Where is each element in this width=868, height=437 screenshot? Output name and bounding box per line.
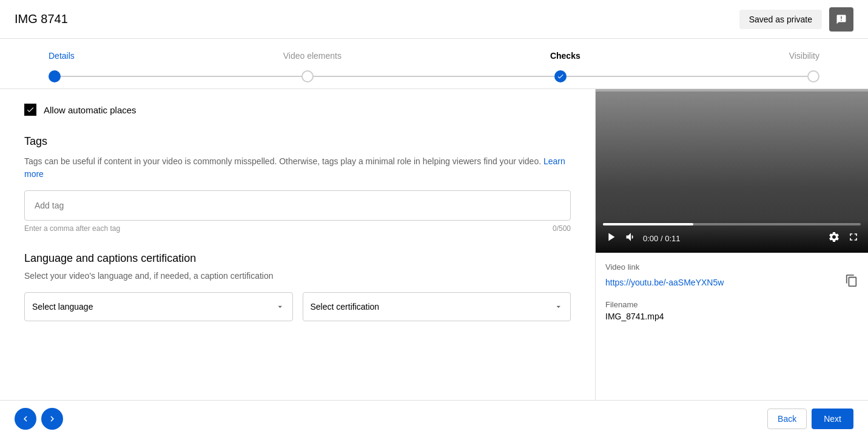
- checkmark-icon: [557, 73, 564, 80]
- captions-certification-select[interactable]: Select certification: [303, 292, 571, 321]
- left-panel: Allow automatic places Tags Tags can be …: [0, 89, 595, 437]
- connector-3: [567, 76, 807, 77]
- tags-description: Tags can be useful if content in your vi…: [24, 155, 571, 181]
- step-label-details[interactable]: Details: [49, 51, 75, 61]
- step-circle-visibility[interactable]: [807, 70, 819, 82]
- tag-hint-row: Enter a comma after each tag 0/500: [24, 224, 571, 233]
- allow-places-checkbox[interactable]: [24, 104, 36, 116]
- next-button[interactable]: Next: [812, 409, 853, 429]
- step-circle-details[interactable]: [49, 70, 61, 82]
- tag-count: 0/500: [553, 224, 571, 233]
- language-selects: Select language Select certification: [24, 292, 571, 321]
- fullscreen-icon: [847, 231, 860, 243]
- chevron-down-icon: [275, 302, 284, 312]
- chevron-down-icon: [554, 302, 563, 312]
- video-link-row: https://youtu.be/-aaSMeYXN5w: [605, 274, 858, 290]
- checkbox-row: Allow automatic places: [24, 104, 571, 116]
- video-controls-row: 0:00 / 0:11: [603, 229, 861, 248]
- allow-places-label: Allow automatic places: [44, 105, 136, 115]
- volume-icon: [625, 231, 637, 243]
- checkmark-icon: [26, 105, 35, 114]
- step-label-checks[interactable]: Checks: [550, 51, 580, 61]
- video-seek-fill: [603, 223, 693, 225]
- header: IMG 8741 Saved as private: [0, 0, 868, 39]
- page-title: IMG 8741: [15, 12, 68, 26]
- fullscreen-button[interactable]: [846, 230, 861, 247]
- step-circle-video-elements[interactable]: [301, 70, 314, 82]
- connector-2: [314, 76, 554, 77]
- saved-status-button[interactable]: Saved as private: [739, 10, 822, 29]
- connector-1: [61, 76, 301, 77]
- volume-button[interactable]: [624, 230, 638, 247]
- video-language-dropdown[interactable]: Select language: [32, 302, 275, 312]
- language-title: Language and captions certification: [24, 252, 571, 265]
- forward-icon-button[interactable]: [41, 408, 63, 430]
- captions-dropdown[interactable]: Select certification: [311, 302, 554, 312]
- nav-left: [15, 408, 63, 430]
- bottom-navigation: Back Next: [0, 400, 868, 437]
- back-icon-button[interactable]: [15, 408, 36, 430]
- settings-button[interactable]: [827, 230, 841, 247]
- tags-section: Tags Tags can be useful if content in yo…: [24, 135, 571, 233]
- video-seek-bar[interactable]: [603, 223, 861, 225]
- language-description: Select your video's language and, if nee…: [24, 270, 571, 282]
- message-icon: [836, 14, 847, 25]
- play-button[interactable]: [603, 229, 619, 248]
- header-actions: Saved as private: [739, 7, 853, 32]
- settings-icon: [828, 231, 840, 243]
- tag-input-wrapper: [24, 190, 571, 221]
- video-link-url[interactable]: https://youtu.be/-aaSMeYXN5w: [605, 278, 724, 287]
- stepper: Details Video elements Checks Visibility: [0, 39, 868, 89]
- video-link-label: Video link: [605, 262, 858, 272]
- step-label-video-elements[interactable]: Video elements: [283, 51, 341, 61]
- arrow-right-icon: [47, 413, 58, 424]
- step-circle-checks[interactable]: [554, 70, 567, 82]
- video-progress-bar[interactable]: [596, 89, 868, 92]
- video-time: 0:00 / 0:11: [643, 234, 680, 243]
- nav-right: Back Next: [767, 409, 853, 429]
- arrow-left-icon: [20, 413, 31, 424]
- language-section: Language and captions certification Sele…: [24, 252, 571, 321]
- video-language-select[interactable]: Select language: [24, 292, 293, 321]
- filename-value: IMG_8741.mp4: [605, 312, 858, 321]
- step-label-visibility[interactable]: Visibility: [789, 51, 819, 61]
- play-icon: [604, 230, 617, 244]
- tag-input[interactable]: [25, 191, 570, 220]
- main-content: Allow automatic places Tags Tags can be …: [0, 89, 868, 437]
- tags-title: Tags: [24, 135, 571, 148]
- filename-label: Filename: [605, 300, 858, 309]
- copy-link-button[interactable]: [845, 274, 858, 290]
- back-button[interactable]: Back: [767, 409, 807, 429]
- message-icon-button[interactable]: [829, 7, 853, 32]
- copy-icon: [845, 274, 858, 287]
- tag-hint: Enter a comma after each tag: [24, 224, 120, 233]
- right-panel: 0:00 / 0:11: [595, 89, 868, 437]
- video-preview: 0:00 / 0:11: [596, 89, 868, 253]
- video-controls-overlay: 0:00 / 0:11: [596, 219, 868, 253]
